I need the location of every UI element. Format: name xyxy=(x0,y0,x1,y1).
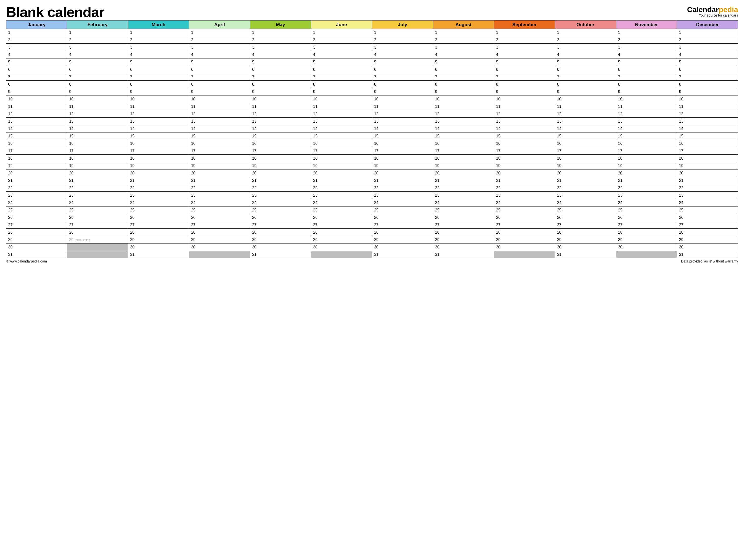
day-cell: 19 xyxy=(189,162,250,170)
day-cell: 17 xyxy=(372,147,433,155)
day-cell: 19 xyxy=(555,162,616,170)
day-cell: 23 xyxy=(311,192,372,199)
day-cell xyxy=(616,251,677,258)
day-cell: 8 xyxy=(677,81,738,88)
day-cell: 1 xyxy=(311,29,372,36)
day-cell: 3 xyxy=(372,44,433,51)
day-cell: 10 xyxy=(6,96,67,103)
day-cell: 13 xyxy=(67,118,128,125)
day-cell: 27 xyxy=(433,221,494,229)
day-cell: 13 xyxy=(494,118,555,125)
day-cell: 28 xyxy=(311,229,372,236)
day-cell: 15 xyxy=(677,133,738,140)
day-cell: 24 xyxy=(128,199,189,207)
month-header: May xyxy=(250,21,311,29)
day-row: 242424242424242424242424 xyxy=(6,199,738,207)
day-cell: 15 xyxy=(616,133,677,140)
day-cell: 20 xyxy=(189,170,250,177)
day-cell: 21 xyxy=(6,177,67,184)
day-cell: 20 xyxy=(555,170,616,177)
day-cell: 6 xyxy=(128,66,189,73)
day-cell: 7 xyxy=(311,73,372,81)
day-cell: 19 xyxy=(6,162,67,170)
day-cell: 20 xyxy=(616,170,677,177)
day-cell: 14 xyxy=(6,125,67,133)
day-cell: 5 xyxy=(433,59,494,66)
day-cell: 7 xyxy=(616,73,677,81)
day-cell: 31 xyxy=(128,251,189,258)
day-cell: 11 xyxy=(677,103,738,110)
day-cell: 21 xyxy=(67,177,128,184)
day-cell: 11 xyxy=(6,103,67,110)
day-cell: 22 xyxy=(250,184,311,192)
day-cell: 30 xyxy=(189,244,250,251)
month-header: July xyxy=(372,21,433,29)
day-cell: 9 xyxy=(250,88,311,96)
day-cell: 31 xyxy=(555,251,616,258)
day-cell: 11 xyxy=(128,103,189,110)
day-cell: 5 xyxy=(128,59,189,66)
day-row: 222222222222222222222222 xyxy=(6,184,738,192)
day-cell: 25 xyxy=(433,207,494,214)
day-cell: 22 xyxy=(494,184,555,192)
day-cell: 11 xyxy=(555,103,616,110)
day-cell: 16 xyxy=(67,140,128,147)
day-cell: 14 xyxy=(250,125,311,133)
day-cell: 25 xyxy=(677,207,738,214)
day-cell: 8 xyxy=(555,81,616,88)
calendar-table: JanuaryFebruaryMarchAprilMayJuneJulyAugu… xyxy=(6,20,738,258)
day-cell: 11 xyxy=(189,103,250,110)
day-cell: 21 xyxy=(433,177,494,184)
day-cell: 22 xyxy=(616,184,677,192)
day-cell: 20 xyxy=(6,170,67,177)
day-cell: 6 xyxy=(616,66,677,73)
day-cell: 13 xyxy=(555,118,616,125)
day-row: 3030303030303030303030 xyxy=(6,244,738,251)
day-cell: 25 xyxy=(250,207,311,214)
day-cell: 16 xyxy=(128,140,189,147)
day-cell: 2 xyxy=(6,36,67,44)
day-cell: 18 xyxy=(494,155,555,162)
day-cell: 3 xyxy=(494,44,555,51)
day-cell xyxy=(311,251,372,258)
day-cell: 17 xyxy=(67,147,128,155)
day-cell: 22 xyxy=(311,184,372,192)
day-cell: 12 xyxy=(677,110,738,118)
day-cell: 8 xyxy=(433,81,494,88)
day-cell: 16 xyxy=(189,140,250,147)
day-cell: 11 xyxy=(372,103,433,110)
day-cell: 19 xyxy=(433,162,494,170)
day-cell: 4 xyxy=(311,51,372,59)
day-cell: 14 xyxy=(433,125,494,133)
day-cell: 8 xyxy=(189,81,250,88)
day-cell: 17 xyxy=(494,147,555,155)
day-cell: 1 xyxy=(128,29,189,36)
day-cell: 24 xyxy=(250,199,311,207)
day-cell: 30 xyxy=(555,244,616,251)
day-cell: 1 xyxy=(189,29,250,36)
day-cell: 3 xyxy=(67,44,128,51)
day-cell: 25 xyxy=(6,207,67,214)
day-cell: 15 xyxy=(67,133,128,140)
day-cell: 8 xyxy=(311,81,372,88)
day-cell: 7 xyxy=(494,73,555,81)
day-cell: 27 xyxy=(189,221,250,229)
day-cell: 16 xyxy=(250,140,311,147)
day-cell: 17 xyxy=(189,147,250,155)
day-cell: 13 xyxy=(677,118,738,125)
day-cell: 15 xyxy=(494,133,555,140)
day-cell: 3 xyxy=(128,44,189,51)
day-cell: 2 xyxy=(128,36,189,44)
day-cell: 11 xyxy=(311,103,372,110)
day-cell: 13 xyxy=(6,118,67,125)
day-cell: 18 xyxy=(6,155,67,162)
day-cell: 31 xyxy=(677,251,738,258)
day-cell: 9 xyxy=(311,88,372,96)
day-cell: 28 xyxy=(494,229,555,236)
day-cell: 3 xyxy=(555,44,616,51)
day-row: 131313131313131313131313 xyxy=(6,118,738,125)
day-cell: 16 xyxy=(555,140,616,147)
day-cell: 26 xyxy=(189,214,250,221)
day-cell: 4 xyxy=(128,51,189,59)
brand-prefix: Calendar xyxy=(687,5,718,13)
